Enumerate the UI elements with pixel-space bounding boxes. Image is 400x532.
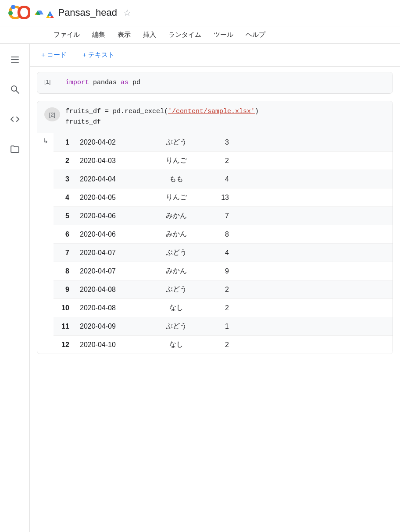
- row-index: 2: [54, 157, 80, 165]
- row-fruit: ぶどう: [150, 138, 203, 147]
- sidebar-code-icon[interactable]: [6, 110, 24, 128]
- row-fruit: りんご: [150, 193, 203, 202]
- code-pd: pd: [132, 79, 140, 86]
- menu-view[interactable]: 表示: [117, 29, 132, 41]
- row-count: 8: [203, 231, 229, 238]
- row-date: 2020-04-08: [80, 304, 150, 312]
- code-fruits-df-assign: fruits_df = pd.read_excel(: [65, 108, 168, 115]
- output-icon-area: ↳: [37, 133, 54, 354]
- row-date: 2020-04-03: [80, 157, 150, 165]
- code-fruits-df-ref: fruits_df: [65, 118, 101, 126]
- row-date: 2020-04-06: [80, 231, 150, 238]
- cell-1-number: [1]: [44, 78, 60, 85]
- row-count: 2: [203, 304, 229, 312]
- table-row: 11 2020-04-09 ぶどう 1: [54, 317, 393, 336]
- code-file-path: '/content/sample.xlsx': [168, 108, 255, 115]
- header-title-area: Pansas_head ☆: [34, 7, 131, 19]
- row-count: 2: [203, 341, 229, 349]
- code-close-paren: ): [255, 108, 259, 115]
- table-row: 2 2020-04-03 りんご 2: [54, 152, 393, 170]
- cell-1-code: [1] import pandas as pd: [37, 72, 393, 93]
- svg-marker-17: [46, 16, 50, 18]
- row-index: 10: [54, 304, 80, 312]
- keyword-as: as: [121, 79, 129, 86]
- notebook-title[interactable]: Pansas_head: [58, 7, 117, 18]
- row-date: 2020-04-09: [80, 323, 150, 330]
- svg-rect-21: [11, 57, 19, 57]
- row-fruit: ぶどう: [150, 322, 203, 331]
- row-date: 2020-04-08: [80, 286, 150, 294]
- menu-runtime[interactable]: ランタイム: [168, 29, 202, 41]
- row-count: 13: [203, 194, 229, 202]
- table-row: 8 2020-04-07 みかん 9: [54, 262, 393, 280]
- star-icon[interactable]: ☆: [123, 7, 131, 18]
- row-count: 9: [203, 267, 229, 275]
- row-date: 2020-04-06: [80, 212, 150, 220]
- cells-container: [1] import pandas as pd [2] fruits_df = …: [30, 67, 400, 366]
- table-row: 4 2020-04-05 りんご 13: [54, 188, 393, 207]
- menubar: ファイル 編集 表示 挿入 ランタイム ツール ヘルプ: [0, 26, 400, 44]
- row-fruit: みかん: [150, 230, 203, 239]
- table-row: 6 2020-04-06 みかん 8: [54, 225, 393, 244]
- cell-2: [2] fruits_df = pd.read_excel('/content/…: [37, 101, 393, 354]
- row-date: 2020-04-04: [80, 175, 150, 183]
- row-fruit: ぶどう: [150, 248, 203, 257]
- row-fruit: なし: [150, 303, 203, 312]
- main-layout: + コード + テキスト [1] import pandas as pd: [0, 44, 400, 532]
- cell-1-content[interactable]: import pandas as pd: [65, 78, 140, 88]
- cell-2-content[interactable]: fruits_df = pd.read_excel('/content/samp…: [65, 106, 259, 128]
- cell-2-number: [2]: [44, 107, 60, 121]
- drive-icon: [34, 7, 54, 19]
- sidebar: [0, 44, 30, 532]
- svg-point-3: [11, 5, 15, 9]
- output-rows: 1 2020-04-02 ぶどう 3 2 2020-04-03 りんご 2 3 …: [54, 133, 393, 354]
- row-date: 2020-04-05: [80, 194, 150, 202]
- table-row: 12 2020-04-10 なし 2: [54, 336, 393, 354]
- content-area: + コード + テキスト [1] import pandas as pd: [30, 44, 400, 532]
- row-fruit: なし: [150, 340, 203, 349]
- menu-edit[interactable]: 編集: [91, 29, 106, 41]
- row-index: 3: [54, 175, 80, 183]
- row-date: 2020-04-07: [80, 267, 150, 275]
- header: C O: [0, 0, 400, 26]
- menu-file[interactable]: ファイル: [53, 29, 81, 41]
- add-text-button[interactable]: + テキスト: [78, 48, 119, 62]
- table-row: 5 2020-04-06 みかん 7: [54, 207, 393, 225]
- row-index: 6: [54, 231, 80, 238]
- output-layout: ↳ 1 2020-04-02 ぶどう 3 2 2020-04-03 りんご 2 …: [37, 133, 393, 354]
- toolbar: + コード + テキスト: [30, 44, 400, 67]
- svg-point-4: [8, 11, 13, 15]
- sidebar-folder-icon[interactable]: [6, 140, 24, 158]
- co-logo[interactable]: C O: [7, 2, 30, 25]
- row-count: 2: [203, 157, 229, 165]
- row-fruit: もも: [150, 174, 203, 184]
- sidebar-search-icon[interactable]: [6, 81, 24, 98]
- row-index: 8: [54, 267, 80, 275]
- row-count: 7: [203, 212, 229, 220]
- cell-1: [1] import pandas as pd: [37, 72, 393, 94]
- code-pandas: pandas: [93, 79, 121, 86]
- menu-insert[interactable]: 挿入: [142, 29, 157, 41]
- table-row: 10 2020-04-08 なし 2: [54, 299, 393, 317]
- row-fruit: ぶどう: [150, 285, 203, 294]
- cell-2-code-area: [2] fruits_df = pd.read_excel('/content/…: [37, 101, 393, 133]
- svg-rect-22: [11, 59, 19, 60]
- row-index: 9: [54, 286, 80, 294]
- row-index: 11: [54, 323, 80, 330]
- row-index: 4: [54, 194, 80, 202]
- row-count: 2: [203, 286, 229, 294]
- cell-2-output: ↳ 1 2020-04-02 ぶどう 3 2 2020-04-03 りんご 2 …: [37, 133, 393, 354]
- row-index: 12: [54, 341, 80, 349]
- add-code-button[interactable]: + コード: [37, 48, 71, 62]
- row-date: 2020-04-07: [80, 249, 150, 257]
- table-row: 1 2020-04-02 ぶどう 3: [54, 133, 393, 152]
- row-date: 2020-04-10: [80, 341, 150, 349]
- table-row: 9 2020-04-08 ぶどう 2: [54, 280, 393, 299]
- menu-help[interactable]: ヘルプ: [245, 29, 266, 41]
- sidebar-menu-icon[interactable]: [6, 51, 24, 68]
- svg-rect-23: [11, 62, 19, 63]
- menu-tools[interactable]: ツール: [213, 29, 234, 41]
- table-row: 7 2020-04-07 ぶどう 4: [54, 244, 393, 262]
- row-index: 7: [54, 249, 80, 257]
- row-count: 4: [203, 249, 229, 257]
